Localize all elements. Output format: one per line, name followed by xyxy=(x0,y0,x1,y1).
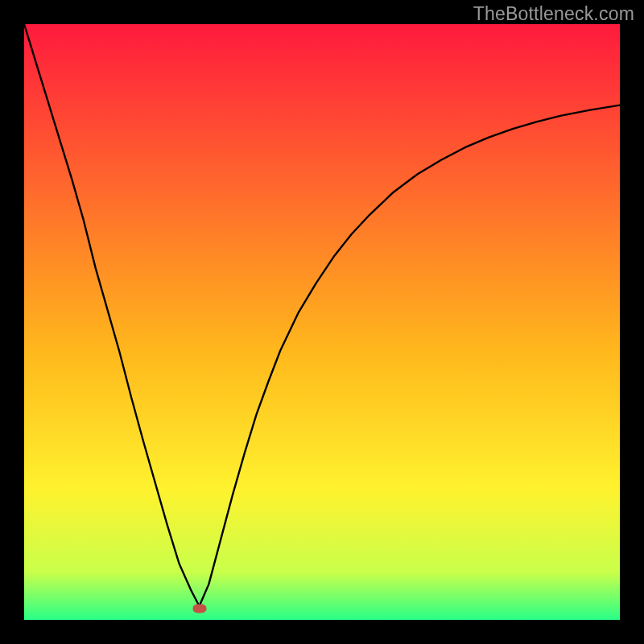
minimum-marker xyxy=(193,605,207,613)
bottleneck-chart xyxy=(24,24,620,620)
chart-container: TheBottleneck.com xyxy=(0,0,644,644)
gradient-background xyxy=(24,24,620,620)
attribution-label: TheBottleneck.com xyxy=(473,3,634,25)
